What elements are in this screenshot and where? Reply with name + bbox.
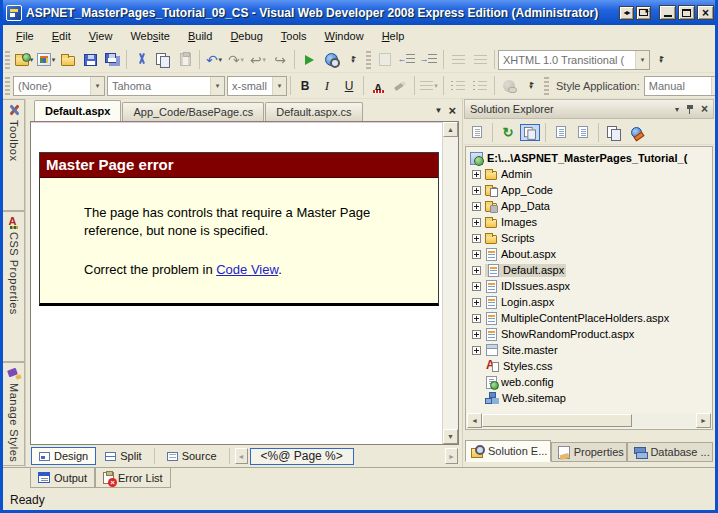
tree-item-images[interactable]: Images [467,214,711,230]
tag-navigator-page-tag[interactable]: <%@ Page %> [250,448,354,465]
menu-edit[interactable]: Edit [43,27,80,45]
decrease-indent-button[interactable] [396,49,418,71]
combo-dropdown-icon[interactable]: ▾ [711,77,718,95]
panel-menu-dropdown-icon[interactable]: ▾ [675,105,679,114]
style-application-combobox[interactable]: Manual ▾ [644,76,718,96]
formatting-button-1[interactable] [447,49,469,71]
expand-icon[interactable] [472,218,481,227]
copy-button[interactable] [152,49,174,71]
nest-related-files-button[interactable] [520,124,540,141]
tab-database-explorer[interactable]: Database ... [627,442,713,462]
target-rule-combobox[interactable]: (None) ▾ [13,76,105,96]
tree-item-login-aspx[interactable]: Login.aspx [467,294,711,310]
add-new-item-button[interactable]: ▾ [35,49,57,71]
tree-item-multiplecontentplaceholders-aspx[interactable]: MultipleContentPlaceHolders.aspx [467,310,711,326]
menu-website[interactable]: Website [121,27,179,45]
menu-view[interactable]: View [80,27,122,45]
highlight-button[interactable] [389,75,411,97]
expand-icon[interactable] [472,234,481,243]
panel-close-icon[interactable]: × [701,103,708,115]
tree-item-styles-css[interactable]: Styles.css [467,358,711,374]
combo-dropdown-icon[interactable]: ▾ [210,77,224,95]
tree-item-web-config[interactable]: web.config [467,374,711,390]
expand-icon[interactable] [472,250,481,259]
expand-icon[interactable] [472,266,481,275]
aspnet-configuration-button[interactable] [626,122,646,142]
tag-navigator-left-icon[interactable]: ◄ [235,448,248,464]
scroll-down-icon[interactable]: ▼ [443,429,458,444]
design-vertical-scrollbar[interactable]: ▲ ▼ [442,122,458,444]
undo-button[interactable]: ▾ [203,49,225,71]
start-debugging-button[interactable] [298,49,320,71]
combo-dropdown-icon[interactable]: ▾ [272,77,286,95]
new-website-button[interactable]: ▾ [13,49,35,71]
scroll-left-icon[interactable]: ◄ [467,413,482,428]
combo-dropdown-icon[interactable]: ▾ [90,77,104,95]
hyperlink-button[interactable] [498,75,520,97]
tab-output[interactable]: Output [30,468,95,488]
expand-icon[interactable] [472,346,481,355]
tree-item-site-master[interactable]: Site.master [467,342,711,358]
toolbar-grip[interactable] [5,51,10,69]
redo-button[interactable]: ▾ [225,49,247,71]
paste-button[interactable] [174,49,196,71]
titlebar-arrows-button[interactable] [619,6,634,20]
menu-debug[interactable]: Debug [221,27,271,45]
save-all-button[interactable] [101,49,123,71]
toolbar-overflow-button[interactable] [342,49,364,71]
view-designer-button[interactable] [573,122,593,142]
sidebar-tab-css-properties[interactable]: CSS Properties [3,211,25,362]
open-file-button[interactable] [57,49,79,71]
tab-default-aspx-cs[interactable]: Default.aspx.cs [265,102,362,121]
close-button[interactable] [697,5,714,20]
expand-icon[interactable] [472,202,481,211]
title-bar[interactable]: ASPNET_MasterPages_Tutorial_09_CS - Visu… [0,0,718,25]
alignment-button[interactable]: ▾ [418,75,440,97]
font-color-button[interactable] [367,75,389,97]
toolbar-grip[interactable] [544,77,549,95]
design-view-button[interactable]: Design [31,447,96,465]
menu-window[interactable]: Window [316,27,373,45]
maximize-button[interactable] [678,5,695,20]
menu-help[interactable]: Help [373,27,414,45]
refresh-button[interactable] [498,122,518,142]
scroll-up-icon[interactable]: ▲ [443,122,458,137]
titlebar-detach-button[interactable] [636,6,651,20]
navigate-forward-button[interactable] [269,49,291,71]
save-button[interactable] [79,49,101,71]
font-size-combobox[interactable]: x-small ▾ [227,76,287,96]
menu-file[interactable]: File [7,27,43,45]
tab-error-list[interactable]: Error List [95,468,171,488]
expand-icon[interactable] [472,170,481,179]
tree-item-app-data[interactable]: App_Data [467,198,711,214]
toolbar-grip[interactable] [366,51,371,69]
toolbar-overflow-button[interactable] [650,49,672,71]
copy-web-site-button[interactable] [604,122,624,142]
toolbar-grip[interactable] [5,77,10,95]
auto-hide-pin-icon[interactable] [686,105,694,114]
expand-icon[interactable] [472,330,481,339]
design-surface[interactable]: Master Page error The page has controls … [31,122,442,444]
tree-item-default-aspx[interactable]: Default.aspx [467,262,711,278]
tree-item-showrandomproduct-aspx[interactable]: ShowRandomProduct.aspx [467,326,711,342]
code-view-link[interactable]: Code View [216,262,278,277]
menu-tools[interactable]: Tools [272,27,316,45]
toolbar-overflow-button[interactable] [520,75,542,97]
solution-explorer-titlebar[interactable]: Solution Explorer ▾ × [464,99,714,119]
tag-navigator-right-icon[interactable]: ► [445,448,458,464]
tab-properties[interactable]: Properties [551,442,628,462]
bullet-list-button[interactable] [447,75,469,97]
tree-item-about-aspx[interactable]: About.aspx [467,246,711,262]
source-view-button[interactable]: Source [160,447,224,465]
document-list-dropdown-icon[interactable]: ▼ [434,106,442,115]
underline-button[interactable]: U [338,75,360,97]
expand-icon[interactable] [472,186,481,195]
cut-button[interactable] [130,49,152,71]
tree-item-web-sitemap[interactable]: Web.sitemap [467,390,711,406]
bold-button[interactable]: B [294,75,316,97]
format-document-button[interactable] [374,49,396,71]
tree-horizontal-scrollbar[interactable]: ◄ ► [467,413,711,428]
sidebar-tab-manage-styles[interactable]: Manage Styles [3,362,25,466]
tree-item-scripts[interactable]: Scripts [467,230,711,246]
minimize-button[interactable] [659,5,676,20]
